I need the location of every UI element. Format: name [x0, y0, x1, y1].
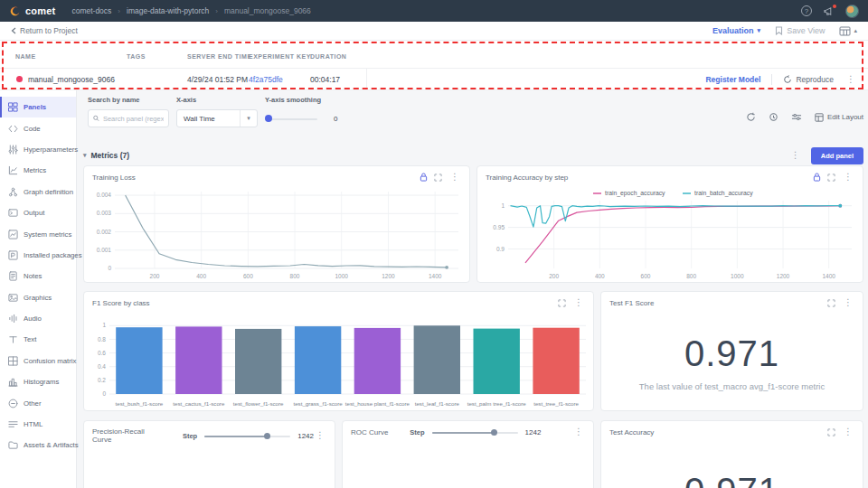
- auto-refresh-icon[interactable]: [769, 112, 778, 122]
- svg-text:test_flower_f1-score: test_flower_f1-score: [233, 400, 284, 407]
- add-panel-button[interactable]: Add panel: [811, 147, 863, 164]
- metrics-section-toggle[interactable]: ▾ Metrics (7): [83, 151, 129, 160]
- svg-text:800: 800: [686, 273, 696, 279]
- comet-logo[interactable]: comet: [9, 5, 55, 17]
- sidebar-item-hyperparameters[interactable]: Hyperparameters: [0, 139, 76, 160]
- expand-icon[interactable]: [827, 428, 835, 436]
- other-icon: [8, 399, 18, 408]
- column-header[interactable]: DURATION: [310, 53, 346, 60]
- sidebar-item-text[interactable]: Text: [0, 329, 76, 350]
- installed-packages-icon: [8, 250, 18, 260]
- column-header[interactable]: EXPERIMENT KEY: [249, 53, 311, 60]
- panel-menu-kebab-icon[interactable]: ⋮: [314, 431, 326, 440]
- chevron-down-icon: ▾: [241, 115, 257, 122]
- panel-menu-kebab-icon[interactable]: ⋮: [842, 427, 854, 436]
- panel-menu-kebab-icon[interactable]: ⋮: [572, 427, 585, 436]
- svg-text:train_epoch_accuracy: train_epoch_accuracy: [605, 190, 665, 197]
- register-model-button[interactable]: Register Model: [705, 75, 760, 84]
- sidebar-item-audio[interactable]: Audio: [0, 308, 76, 329]
- svg-text:train_batch_accuracy: train_batch_accuracy: [694, 190, 753, 197]
- text-icon: [8, 334, 18, 344]
- panel-menu-kebab-icon[interactable]: ⋮: [842, 173, 854, 182]
- breadcrumb-item[interactable]: manual_mongoose_9066: [224, 6, 311, 15]
- help-icon[interactable]: ?: [801, 5, 812, 16]
- column-header[interactable]: SERVER END TIME: [187, 53, 252, 60]
- sidebar-item-panels[interactable]: Panels: [0, 97, 76, 117]
- slider-knob[interactable]: [491, 429, 497, 436]
- svg-text:400: 400: [595, 273, 605, 279]
- step-slider[interactable]: [432, 427, 518, 436]
- svg-text:1200: 1200: [382, 273, 395, 279]
- training-loss-chart[interactable]: 20040060080010001200140000.0010.0020.003…: [84, 186, 469, 282]
- filter-settings-icon[interactable]: [791, 112, 802, 122]
- sidebar-item-html[interactable]: HTML: [0, 414, 76, 435]
- experiment-key-link[interactable]: 4f2a75dfe: [249, 75, 283, 84]
- svg-text:1000: 1000: [731, 273, 744, 279]
- svg-text:0.4: 0.4: [98, 363, 106, 370]
- svg-text:600: 600: [243, 273, 253, 279]
- breadcrumb-item[interactable]: comet-docs: [71, 6, 111, 15]
- slider-knob[interactable]: [265, 115, 272, 122]
- refresh-icon[interactable]: [746, 112, 756, 122]
- experiment-name[interactable]: manual_mongoose_9066: [28, 75, 115, 84]
- lock-icon[interactable]: [813, 173, 821, 182]
- svg-text:0.004: 0.004: [97, 192, 112, 198]
- f1-score-bar-chart[interactable]: 00.20.40.60.81test_bush_f1-scoretest_cac…: [84, 314, 593, 410]
- expand-icon[interactable]: [827, 299, 835, 307]
- expand-icon[interactable]: [827, 174, 835, 182]
- training-loss-panel: Training Loss ⋮ 200400600800100012001400…: [83, 165, 470, 283]
- sidebar-item-metrics[interactable]: Metrics: [0, 160, 76, 181]
- table-view-toggle[interactable]: ▴: [839, 26, 857, 36]
- xaxis-dropdown[interactable]: Wall Time ▾: [176, 109, 258, 127]
- breadcrumb-item[interactable]: image-data-with-pytorch: [127, 6, 209, 15]
- test-accuracy-value: 0.971: [684, 471, 779, 488]
- test-f1-caption: The last value of test_macro avg_f1-scor…: [639, 381, 825, 391]
- sidebar-item-graph-definition[interactable]: Graph definition: [0, 182, 76, 202]
- sidebar-item-other[interactable]: Other: [0, 392, 76, 413]
- search-input[interactable]: [103, 115, 164, 123]
- lock-icon[interactable]: [420, 173, 428, 182]
- step-slider[interactable]: [204, 431, 290, 440]
- sidebar-item-notes[interactable]: Notes: [0, 266, 76, 286]
- sidebar-item-output[interactable]: Output: [0, 202, 76, 223]
- experiment-row[interactable]: manual_mongoose_9066 4/29/24 01:52 PM 4f…: [0, 69, 868, 90]
- code-icon: [8, 124, 18, 134]
- breadcrumb-separator: ›: [215, 7, 218, 15]
- svg-text:test_house plant_f1-score: test_house plant_f1-score: [345, 400, 410, 407]
- edit-layout-button[interactable]: Edit Layout: [815, 113, 863, 122]
- sidebar-item-installed-packages[interactable]: Installed packages: [0, 245, 76, 266]
- column-header[interactable]: TAGS: [127, 53, 146, 60]
- reproduce-button[interactable]: Reproduce: [783, 75, 834, 84]
- sidebar-item-histograms[interactable]: Histograms: [0, 371, 76, 392]
- panel-menu-kebab-icon[interactable]: ⋮: [842, 298, 854, 307]
- sidebar-item-system-metrics[interactable]: System metrics: [0, 223, 76, 244]
- row-menu-kebab-icon[interactable]: ⋮: [844, 75, 857, 84]
- smoothing-slider[interactable]: [265, 114, 317, 123]
- notifications-icon[interactable]: [824, 6, 834, 16]
- section-menu-kebab-icon[interactable]: ⋮: [789, 151, 802, 160]
- save-view-button[interactable]: Save View: [775, 26, 825, 35]
- view-select-dropdown[interactable]: Evaluation ▾: [712, 26, 760, 35]
- panel-menu-kebab-icon[interactable]: ⋮: [572, 298, 585, 307]
- svg-text:0: 0: [108, 265, 111, 271]
- training-accuracy-chart[interactable]: 2004006008001000120014000.90.951train_ep…: [477, 186, 863, 282]
- sidebar-item-code[interactable]: Code: [0, 117, 76, 138]
- sidebar-item-assets-artifacts[interactable]: Assets & Artifacts: [0, 435, 76, 455]
- slider-knob[interactable]: [264, 433, 270, 439]
- expand-icon[interactable]: [558, 299, 566, 307]
- sidebar-item-graphics[interactable]: Graphics: [0, 287, 76, 308]
- column-header[interactable]: NAME: [15, 53, 36, 60]
- graph-definition-icon: [8, 187, 18, 197]
- step-value: 1242: [525, 428, 542, 436]
- panel-menu-kebab-icon[interactable]: ⋮: [448, 173, 461, 182]
- user-avatar[interactable]: [845, 5, 859, 18]
- return-to-project-link[interactable]: Return to Project: [11, 26, 78, 35]
- sidebar-item-confusion-matrix[interactable]: Confusion matrix: [0, 351, 76, 371]
- svg-text:test_bush_f1-score: test_bush_f1-score: [116, 400, 164, 407]
- svg-text:0.8: 0.8: [98, 336, 106, 343]
- expand-icon[interactable]: [434, 174, 442, 182]
- svg-text:test_cactus_f1-score: test_cactus_f1-score: [173, 400, 225, 407]
- svg-text:0.2: 0.2: [98, 377, 106, 383]
- roc-curve-panel: ROC Curve Step 1242 ⋮: [342, 420, 594, 488]
- search-group: Search by name: [88, 96, 169, 127]
